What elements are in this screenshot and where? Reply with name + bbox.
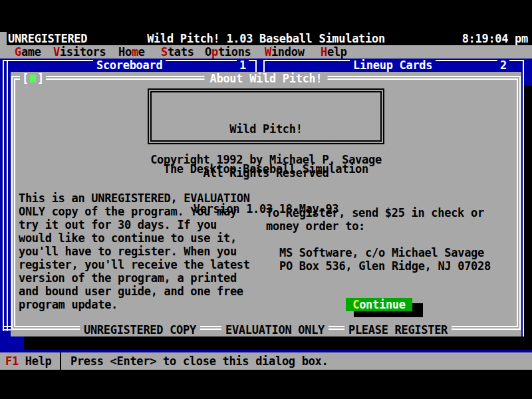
title-bar: UNREGISTERED Wild Pitch! 1.03 Baseball S… [0,32,532,45]
window-title-scoreboard[interactable]: Scoreboard [93,59,166,72]
registration-status: UNREGISTERED [8,32,87,45]
dialog-shadow [24,336,532,350]
body-line: This is an UNREGISTERED, EVALUATION [19,192,250,205]
register-line: MS Software, c/o Michael Savage [279,246,484,259]
body-line: try it out for 30 days. If you [19,218,217,231]
body-line: program update. [19,298,118,311]
about-dialog: About Wild Pitch! [] Wild Pitch! The Des… [11,72,521,336]
help-label: Help [25,354,52,368]
copyright-line: Copyright 1992 by Michael P. Savage [11,153,521,166]
dialog-shadow [524,85,532,350]
menu-item-help[interactable]: Help [321,45,347,59]
menu-item-game[interactable]: Game [15,45,41,59]
register-line: PO Box 536, Glen Ridge, NJ 07028 [279,259,491,273]
footer-label-evaluation-only: EVALUATION ONLY [221,323,329,336]
window-border-line [263,60,265,72]
body-line: and bound user guide, and one free [19,285,243,298]
window-border-line [255,60,257,72]
menu-item-visitors[interactable]: Visitors [53,45,106,59]
title-bar-corner-cell [0,32,7,45]
footer-label-please-register: PLEASE REGISTER [344,323,452,336]
menu-bar: Game Visitors Home Stats Options Window … [0,45,532,59]
continue-button[interactable]: Continue [346,298,412,311]
body-line: version of the program, a printed [19,271,237,285]
status-separator [60,352,61,370]
clock: 8:19:04 pm [462,32,528,45]
menu-item-home[interactable]: Home [118,45,145,59]
copyright-line: All Rights Reserved [11,166,521,180]
about-info-box: Wild Pitch! The Desktop Baseball Simulat… [148,88,384,144]
menu-item-window[interactable]: Window [265,45,305,59]
footer-label-unregistered-copy: UNREGISTERED COPY [80,323,200,336]
window-number-scoreboard: 1 [237,59,249,72]
menu-item-options[interactable]: Options [205,45,251,59]
body-line: would like to continue to use it, [19,231,237,245]
status-message: Press <Enter> to close this dialog box. [70,352,328,370]
f1-help-button[interactable]: F1 Help [5,352,52,370]
app-title: Wild Pitch! 1.03 Baseball Simulation [147,32,385,45]
window-border-line [3,61,4,331]
info-line: Wild Pitch! [152,122,380,136]
register-line: money order to: [266,219,365,233]
f1-key-label: F1 [5,354,19,368]
close-button[interactable]: [] [20,72,46,85]
menu-item-stats[interactable]: Stats [161,45,194,59]
close-box-icon [30,74,36,82]
screen: UNREGISTERED Wild Pitch! 1.03 Baseball S… [0,0,532,399]
body-line: ONLY copy of the program. You may [19,205,237,218]
status-bar: F1 Help Press <Enter> to close this dial… [0,352,532,370]
dialog-title: About Wild Pitch! [205,72,328,85]
window-number-lineup-cards: 2 [497,59,509,72]
register-line: To Register, send $25 in check or [266,206,484,219]
window-title-lineup-cards[interactable]: Lineup Cards [350,59,436,72]
window-border-line [7,61,8,331]
body-line: register, you'll receive the latest [19,258,250,271]
body-line: you'll have to register. When you [19,245,237,258]
